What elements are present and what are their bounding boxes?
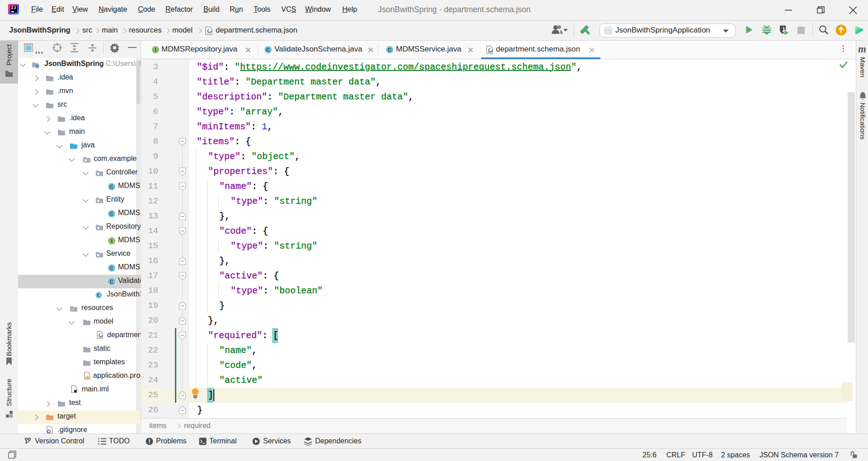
svg-text:{: {	[207, 28, 210, 34]
